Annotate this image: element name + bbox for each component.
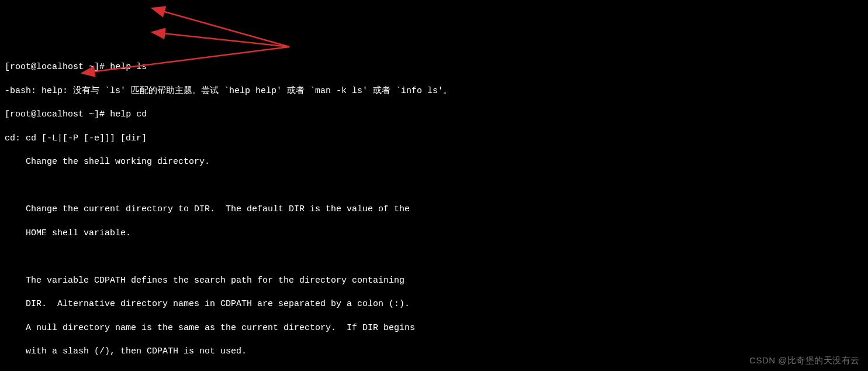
prompt-symbol: # [99, 62, 105, 72]
terminal[interactable]: [root@localhost ~]# help ls -bash: help:… [5, 50, 863, 371]
command-input-1: help ls [110, 62, 147, 72]
output-error-ls: -bash: help: 没有与 `ls' 匹配的帮助主题。尝试 `help h… [5, 85, 863, 97]
prompt-host: localhost [36, 109, 84, 119]
output-cd-line: with a slash (/), then CDPATH is not use… [5, 346, 863, 358]
svg-line-2 [152, 32, 289, 47]
output-cd-line: The variable CDPATH defines the search p… [5, 275, 863, 287]
output-cd-line: Change the current directory to DIR. The… [5, 204, 863, 215]
prompt-path: ~ [89, 109, 94, 119]
output-cd-line: HOME shell variable. [5, 228, 863, 239]
prompt-symbol: # [99, 109, 105, 119]
prompt-line-1: [root@localhost ~]# help ls [5, 61, 863, 73]
prompt-path: ~ [89, 62, 94, 72]
output-cd-usage: cd: cd [-L|[-P [-e]]] [dir] [5, 133, 863, 145]
output-cd-line [5, 251, 863, 263]
prompt-host: localhost [36, 62, 84, 72]
output-cd-line [5, 180, 863, 192]
svg-line-1 [152, 8, 289, 47]
output-cd-line: Change the shell working directory. [5, 156, 863, 168]
output-cd-line: A null directory name is the same as the… [5, 322, 863, 334]
watermark: CSDN @比奇堡的天没有云 [749, 355, 860, 366]
prompt-user: root [10, 109, 31, 119]
output-cd-line: DIR. Alternative directory names in CDPA… [5, 298, 863, 310]
command-input-2: help cd [110, 109, 147, 119]
prompt-user: root [10, 62, 31, 72]
prompt-line-2: [root@localhost ~]# help cd [5, 109, 863, 121]
